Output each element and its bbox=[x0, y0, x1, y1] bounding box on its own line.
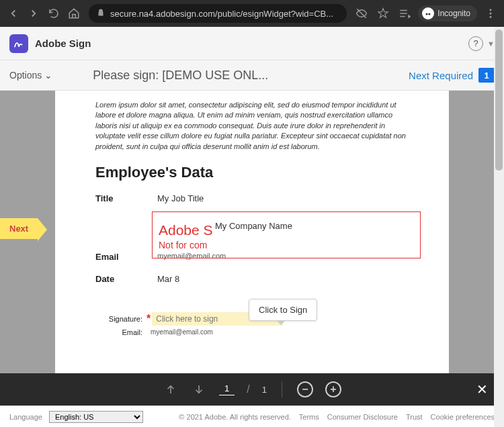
watermark-text-2: Not for com bbox=[159, 240, 207, 250]
zoom-out-button[interactable]: − bbox=[297, 381, 313, 397]
signature-label: Signature: bbox=[95, 315, 146, 323]
sign-toolbar: Options ⌄ Please sign: [DEMO USE ONL... … bbox=[0, 60, 504, 91]
page-footer: Language English: US © 2021 Adobe. All r… bbox=[0, 406, 504, 427]
next-field-tab[interactable]: Next bbox=[0, 218, 38, 239]
playlist-icon[interactable] bbox=[396, 5, 413, 21]
company-value: My Company Name bbox=[214, 221, 294, 231]
date-label: Date bbox=[95, 274, 157, 284]
incognito-icon bbox=[422, 7, 434, 19]
zoom-in-button[interactable]: + bbox=[325, 381, 341, 397]
title-label: Title bbox=[95, 193, 157, 203]
incognito-label: Incognito bbox=[437, 9, 470, 18]
svg-point-4 bbox=[490, 16, 492, 18]
terms-link[interactable]: Terms bbox=[299, 413, 319, 421]
email-value: myemail@email.com bbox=[157, 252, 226, 260]
home-icon[interactable] bbox=[66, 5, 82, 21]
page-down-icon[interactable] bbox=[191, 381, 207, 397]
document-page: Lorem ipsum dolor sit amet, consectetur … bbox=[55, 91, 449, 373]
help-button[interactable]: ? bbox=[468, 36, 483, 51]
watermark-text-1: Adobe S bbox=[159, 222, 213, 238]
required-asterisk-icon: * bbox=[146, 313, 151, 325]
close-button[interactable]: ✕ bbox=[476, 381, 488, 397]
document-viewport: Next Lorem ipsum dolor sit amet, consect… bbox=[0, 91, 504, 373]
eye-off-icon[interactable] bbox=[353, 5, 370, 21]
date-value: Mar 8 bbox=[157, 274, 179, 284]
svg-point-2 bbox=[490, 9, 492, 11]
forward-icon[interactable] bbox=[26, 5, 42, 21]
menu-icon[interactable] bbox=[482, 5, 499, 21]
sign-prompt: Please sign: [DEMO USE ONL... bbox=[93, 68, 409, 83]
svg-point-0 bbox=[426, 13, 428, 15]
sig-email-value: myemail@email.com bbox=[146, 328, 213, 336]
next-required-link[interactable]: Next Required bbox=[409, 70, 473, 81]
adobe-sign-logo-icon bbox=[9, 34, 28, 53]
back-icon[interactable] bbox=[5, 5, 22, 21]
section-heading: Employee's Data bbox=[95, 164, 409, 181]
vertical-scrollbar[interactable] bbox=[494, 27, 504, 427]
body-text: Lorem ipsum dolor sit amet, consectetur … bbox=[95, 100, 409, 152]
star-icon[interactable] bbox=[375, 5, 391, 21]
app-title: Adobe Sign bbox=[35, 38, 468, 49]
total-pages: 1 bbox=[262, 385, 267, 395]
browser-toolbar: secure.na4.adobesign.com/public/esignWid… bbox=[0, 0, 504, 27]
scrollbar-thumb[interactable] bbox=[495, 30, 503, 171]
title-value: My Job Title bbox=[157, 193, 204, 203]
lock-icon bbox=[97, 9, 105, 19]
page-controls: 1 / 1 − + ✕ bbox=[0, 373, 504, 406]
trust-link[interactable]: Trust bbox=[406, 413, 423, 421]
cookie-preferences-link[interactable]: Cookie preferences bbox=[431, 413, 495, 421]
email-label: Email bbox=[95, 252, 157, 262]
language-select[interactable]: English: US bbox=[49, 411, 143, 423]
sign-tooltip: Click to Sign bbox=[249, 299, 317, 321]
chevron-down-icon: ⌄ bbox=[44, 70, 52, 81]
sig-email-label: Email: bbox=[95, 328, 146, 336]
svg-point-3 bbox=[490, 13, 492, 15]
options-label: Options bbox=[9, 70, 42, 81]
page-separator: / bbox=[247, 383, 249, 395]
svg-point-1 bbox=[429, 13, 431, 15]
language-label: Language bbox=[9, 413, 42, 421]
app-header: Adobe Sign ? ▼ bbox=[0, 27, 504, 60]
url-text: secure.na4.adobesign.com/public/esignWid… bbox=[110, 9, 333, 19]
consumer-disclosure-link[interactable]: Consumer Disclosure bbox=[327, 413, 398, 421]
current-page[interactable]: 1 bbox=[219, 383, 235, 395]
incognito-badge: Incognito bbox=[418, 5, 477, 21]
page-up-icon[interactable] bbox=[163, 381, 179, 397]
copyright-text: © 2021 Adobe. All rights reserved. bbox=[179, 413, 290, 421]
reload-icon[interactable] bbox=[46, 5, 62, 21]
control-divider bbox=[282, 381, 282, 397]
options-dropdown[interactable]: Options ⌄ bbox=[9, 70, 52, 81]
address-bar[interactable]: secure.na4.adobesign.com/public/esignWid… bbox=[89, 4, 347, 23]
required-count-badge: 1 bbox=[478, 68, 495, 83]
